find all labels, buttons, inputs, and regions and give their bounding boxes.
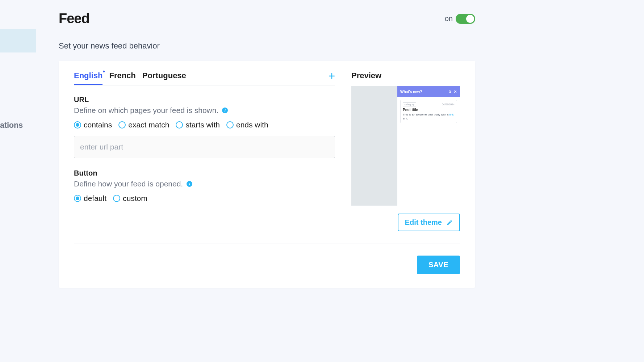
add-language-button[interactable] (329, 73, 335, 84)
sidebar-active-item-fragment[interactable] (0, 29, 36, 52)
sidebar-item-label-partial[interactable]: ations (0, 121, 23, 130)
preview-post-body: This is an awsome post body with a link … (403, 113, 455, 121)
preview-title: Preview (351, 71, 460, 84)
preview-header-text: What's new? (400, 90, 422, 94)
preview-box: What's new? category 04/02/2024 (351, 86, 460, 206)
page-subtitle: Set your news feed behavior (59, 41, 475, 51)
radio-starts-with[interactable]: starts with (176, 121, 220, 129)
edit-theme-button[interactable]: Edit theme (398, 214, 460, 231)
divider (74, 244, 460, 244)
url-input[interactable] (74, 136, 335, 158)
radio-exact-match[interactable]: exact match (118, 121, 169, 129)
gear-icon (448, 90, 452, 93)
plus-icon (329, 73, 335, 79)
radio-ends-with[interactable]: ends with (226, 121, 268, 129)
preview-category-badge: category (403, 102, 416, 106)
preview-post: category 04/02/2024 Post title This is a… (400, 100, 457, 123)
feed-enable-toggle[interactable] (456, 14, 475, 24)
close-icon (453, 90, 457, 93)
page-header: Feed on (59, 11, 475, 33)
radio-default[interactable]: default (74, 194, 106, 203)
info-icon[interactable]: i (187, 181, 192, 187)
radio-custom[interactable]: custom (113, 194, 147, 203)
url-section-desc: Define on which pages your feed is shown… (74, 106, 218, 115)
tab-english[interactable]: English (74, 71, 103, 85)
page-title: Feed (59, 11, 89, 26)
preview-date: 04/02/2024 (442, 103, 455, 106)
button-section-desc: Define how your feed is opened. (74, 180, 183, 188)
toggle-label: on (445, 14, 453, 23)
tab-french[interactable]: French (109, 71, 135, 85)
radio-contains[interactable]: contains (74, 121, 112, 129)
url-section-title: URL (74, 96, 335, 104)
pencil-icon (446, 219, 453, 226)
button-section-title: Button (74, 169, 335, 177)
preview-post-title: Post title (403, 108, 455, 112)
save-button[interactable]: SAVE (417, 256, 460, 274)
settings-card: English French Portuguese URL Define on … (59, 61, 475, 288)
info-icon[interactable]: i (222, 108, 228, 113)
tab-portuguese[interactable]: Portuguese (142, 71, 186, 85)
